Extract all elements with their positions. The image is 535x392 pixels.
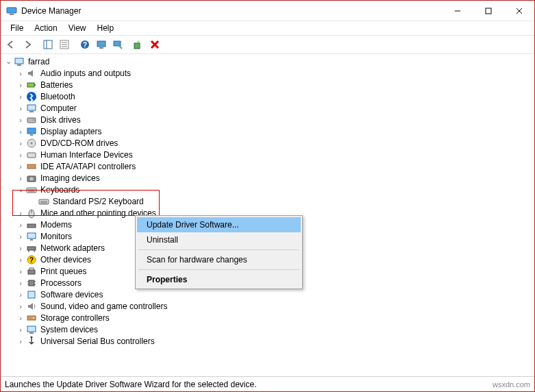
- expand-icon[interactable]: ›: [16, 337, 25, 345]
- tree-item-batteries[interactable]: ›Batteries: [2, 79, 534, 90]
- tree-item-hid[interactable]: ›Human Interface Devices: [2, 149, 534, 160]
- modem-icon: [26, 219, 37, 230]
- dvd-icon: [26, 138, 37, 149]
- tree-item-disk[interactable]: ›Disk drives: [2, 114, 534, 125]
- svg-rect-45: [27, 224, 36, 228]
- context-update-driver[interactable]: Update Driver Software...: [137, 217, 301, 232]
- battery-icon: [26, 79, 37, 90]
- close-button[interactable]: [503, 1, 534, 21]
- tree-item-ide[interactable]: ›IDE ATA/ATAPI controllers: [2, 160, 534, 172]
- menu-help[interactable]: Help: [92, 22, 120, 34]
- menu-file[interactable]: File: [5, 22, 29, 34]
- computer-icon: [14, 56, 25, 67]
- maximize-button[interactable]: [473, 1, 503, 21]
- svg-rect-34: [27, 164, 36, 169]
- svg-text:?: ?: [83, 41, 87, 49]
- svg-rect-20: [15, 58, 23, 64]
- expand-icon[interactable]: ›: [16, 116, 25, 124]
- expand-icon[interactable]: ›: [16, 244, 25, 252]
- tree-item-imaging[interactable]: ›Imaging devices: [2, 172, 534, 184]
- printer-icon: [26, 266, 37, 277]
- svg-rect-64: [27, 326, 36, 332]
- monitor-icon: [26, 231, 37, 242]
- cpu-icon: [26, 278, 37, 289]
- show-hide-tree-button[interactable]: [40, 37, 55, 52]
- expand-icon[interactable]: ›: [16, 69, 25, 77]
- tree-item-ps2-keyboard[interactable]: Standard PS/2 Keyboard: [2, 195, 534, 207]
- expand-icon[interactable]: ›: [16, 174, 25, 182]
- display-icon: [26, 126, 37, 137]
- expand-icon[interactable]: ›: [16, 209, 25, 217]
- camera-icon: [26, 173, 37, 184]
- context-scan[interactable]: Scan for hardware changes: [137, 252, 301, 267]
- context-properties[interactable]: Properties: [137, 272, 301, 287]
- tree-root[interactable]: ⌄ farrad: [2, 56, 534, 67]
- svg-rect-48: [30, 239, 33, 241]
- tree-item-audio[interactable]: ›Audio inputs and outputs: [2, 67, 534, 79]
- back-button[interactable]: [3, 37, 18, 52]
- svg-point-32: [31, 142, 33, 144]
- expand-icon[interactable]: ›: [16, 267, 25, 275]
- svg-rect-49: [27, 247, 36, 250]
- expand-icon[interactable]: ›: [16, 279, 25, 287]
- tree-item-software[interactable]: ›Software devices: [2, 289, 534, 300]
- svg-rect-21: [17, 64, 21, 66]
- tree-item-computer[interactable]: ›Computer: [2, 102, 534, 114]
- statusbar: Launches the Update Driver Software Wiza…: [1, 376, 534, 391]
- expand-icon[interactable]: ›: [16, 256, 25, 264]
- expand-icon[interactable]: ›: [16, 314, 25, 322]
- svg-point-66: [31, 336, 33, 338]
- uninstall-button[interactable]: [147, 37, 162, 52]
- pc-icon: [26, 103, 37, 114]
- expand-icon[interactable]: ›: [16, 151, 25, 159]
- expand-icon[interactable]: ›: [16, 93, 25, 101]
- expand-icon[interactable]: ›: [16, 139, 25, 147]
- menu-view[interactable]: View: [63, 22, 92, 34]
- tree-item-sound[interactable]: ›Sound, video and game controllers: [2, 300, 534, 312]
- expand-icon[interactable]: ›: [16, 127, 25, 136]
- svg-rect-3: [486, 8, 491, 14]
- expand-icon[interactable]: ›: [16, 162, 25, 171]
- scan-button[interactable]: [110, 37, 125, 52]
- svg-point-46: [29, 225, 30, 226]
- svg-rect-65: [29, 332, 34, 334]
- svg-rect-56: [29, 280, 34, 286]
- tree-item-storage[interactable]: ›Storage controllers: [2, 312, 534, 323]
- separator: [138, 249, 299, 250]
- speaker-icon: [26, 68, 37, 79]
- svg-rect-47: [27, 233, 36, 238]
- expand-icon[interactable]: ›: [16, 221, 25, 229]
- expand-icon[interactable]: ›: [16, 291, 25, 299]
- expand-icon[interactable]: ›: [16, 104, 25, 112]
- device-manager-window: Device Manager File Action View Help ? ⌄: [0, 0, 535, 392]
- tree-item-usb[interactable]: ›Universal Serial Bus controllers: [2, 335, 534, 347]
- context-uninstall[interactable]: Uninstall: [137, 232, 301, 247]
- keyboard-icon: [38, 196, 49, 207]
- collapse-icon[interactable]: ⌄: [16, 185, 25, 194]
- menu-action[interactable]: Action: [29, 22, 62, 34]
- tree-item-bluetooth[interactable]: ›Bluetooth: [2, 90, 534, 102]
- properties-button[interactable]: [57, 37, 72, 52]
- legacy-button[interactable]: [94, 37, 109, 52]
- help-button[interactable]: ?: [77, 37, 92, 52]
- context-menu: Update Driver Software... Uninstall Scan…: [135, 215, 303, 289]
- sound-icon: [26, 301, 37, 312]
- svg-rect-61: [28, 291, 35, 298]
- svg-rect-1: [10, 14, 14, 15]
- collapse-icon[interactable]: ⌄: [3, 57, 13, 66]
- expand-icon[interactable]: ›: [16, 302, 25, 310]
- tree-item-dvd[interactable]: ›DVD/CD-ROM drives: [2, 137, 534, 149]
- update-driver-button[interactable]: [131, 37, 146, 52]
- network-icon: [26, 243, 37, 254]
- tree-item-display[interactable]: ›Display adapters: [2, 125, 534, 137]
- svg-point-36: [30, 177, 34, 180]
- tree-item-keyboards[interactable]: ⌄Keyboards: [2, 184, 534, 195]
- minimize-button[interactable]: [442, 1, 473, 21]
- expand-icon[interactable]: ›: [16, 232, 25, 241]
- expand-icon[interactable]: ›: [16, 326, 25, 334]
- mouse-icon: [26, 208, 37, 219]
- tree-item-system[interactable]: ›System devices: [2, 323, 534, 335]
- forward-button[interactable]: [20, 37, 35, 52]
- expand-icon[interactable]: ›: [16, 81, 25, 89]
- svg-rect-29: [27, 128, 36, 134]
